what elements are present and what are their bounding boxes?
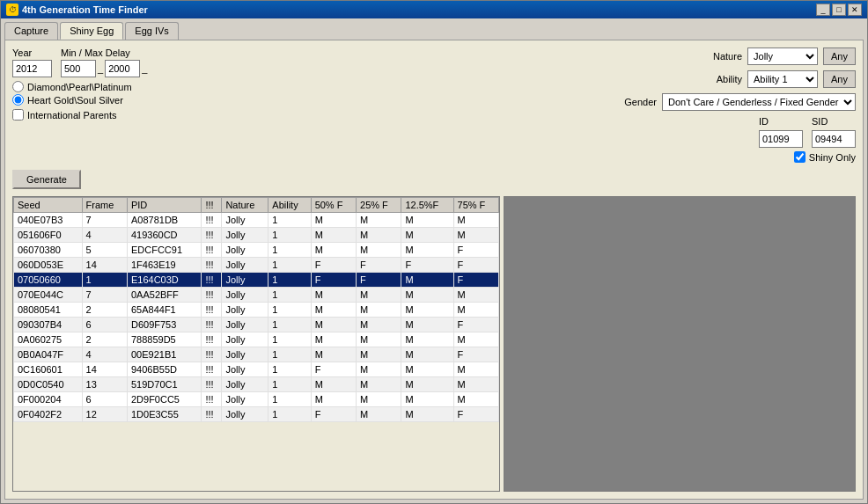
table-row[interactable]: 0F00020462D9F0CC5!!!Jolly1MMMM	[14, 392, 499, 407]
min-delay-input[interactable]	[61, 60, 96, 77]
cell-9: M	[453, 362, 498, 377]
table-area: Seed Frame PID !!! Nature Ability 50% F …	[12, 196, 500, 492]
cell-6: F	[311, 362, 356, 377]
cell-5: 1	[268, 318, 311, 332]
cell-9: M	[453, 392, 498, 407]
max-delay-input[interactable]	[105, 60, 140, 77]
cell-7: M	[357, 392, 401, 407]
cell-3: !!!	[202, 213, 222, 228]
cell-8: M	[401, 377, 453, 392]
cell-3: !!!	[202, 407, 222, 422]
cell-0: 06070380	[14, 243, 83, 258]
id-input[interactable]	[759, 130, 803, 148]
right-controls: Nature Jolly Any Ability Ability 1 Abil	[540, 47, 856, 163]
cell-5: 1	[268, 228, 311, 243]
international-parents-checkbox[interactable]: International Parents	[12, 109, 206, 121]
table-row[interactable]: 040E07B37A08781DB!!!Jolly1MMMM	[14, 213, 499, 228]
table-row[interactable]: 060703805EDCFCC91!!!Jolly1MMMF	[14, 243, 499, 258]
title-controls: _ □ ✕	[816, 4, 862, 16]
tab-shiny-egg[interactable]: Shiny Egg	[60, 22, 123, 40]
delay-end: _	[142, 63, 147, 74]
table-row[interactable]: 060D053E141F463E19!!!Jolly1FFFF	[14, 258, 499, 273]
nature-select[interactable]: Jolly	[747, 47, 818, 65]
nature-row: Nature Jolly Any	[707, 47, 856, 65]
gray-panel	[504, 196, 856, 492]
cell-4: Jolly	[222, 347, 268, 362]
sid-input[interactable]	[812, 130, 856, 148]
cell-9: F	[453, 258, 498, 273]
table-row[interactable]: 0D0C054013519D70C1!!!Jolly1MMMM	[14, 377, 499, 392]
cell-7: M	[357, 303, 401, 318]
shiny-only-checkbox[interactable]	[794, 151, 805, 163]
cell-6: M	[311, 392, 356, 407]
cell-3: !!!	[202, 288, 222, 303]
main-window: ⏱ 4th Generation Time Finder _ □ ✕ Captu…	[0, 0, 868, 504]
cell-3: !!!	[202, 347, 222, 362]
radio-heartgold-input[interactable]	[12, 94, 24, 106]
generate-button[interactable]: Generate	[12, 170, 81, 189]
cell-3: !!!	[202, 332, 222, 347]
cell-1: 4	[82, 347, 127, 362]
close-button[interactable]: ✕	[848, 4, 862, 16]
cell-4: Jolly	[222, 243, 268, 258]
cell-4: Jolly	[222, 258, 268, 273]
cell-6: M	[311, 347, 356, 362]
minimize-button[interactable]: _	[816, 4, 830, 16]
table-row[interactable]: 0F0402F2121D0E3C55!!!Jolly1FMMF	[14, 407, 499, 422]
nature-any-button[interactable]: Any	[823, 47, 856, 65]
year-delay-row: Year Min / Max Delay _ _	[12, 47, 206, 77]
cell-1: 2	[82, 332, 127, 347]
radio-diamond-pearl-input[interactable]	[12, 81, 24, 92]
table-row[interactable]: 0A0602752788859D5!!!Jolly1MMMM	[14, 332, 499, 347]
tab-egg-ivs[interactable]: Egg IVs	[125, 22, 179, 40]
id-field: ID	[759, 116, 803, 148]
international-parents-input[interactable]	[12, 109, 24, 121]
maximize-button[interactable]: □	[832, 4, 846, 16]
radio-heartgold[interactable]: Heart Gold\Soul Silver	[12, 94, 206, 106]
cell-3: !!!	[202, 273, 222, 288]
tab-capture[interactable]: Capture	[4, 22, 58, 40]
cell-4: Jolly	[222, 362, 268, 377]
window-title: 4th Generation Time Finder	[22, 4, 148, 15]
cell-9: M	[453, 332, 498, 347]
title-bar-left: ⏱ 4th Generation Time Finder	[6, 4, 148, 16]
cell-0: 040E07B3	[14, 213, 83, 228]
gender-select[interactable]: Don't Care / Genderless / Fixed Gender M…	[662, 93, 856, 111]
cell-8: M	[401, 392, 453, 407]
cell-2: 9406B55D	[127, 362, 202, 377]
cell-8: F	[401, 258, 453, 273]
radio-diamond-pearl[interactable]: Diamond\Pearl\Platinum	[12, 81, 206, 92]
cell-5: 1	[268, 407, 311, 422]
table-row[interactable]: 051606F04419360CD!!!Jolly1MMMM	[14, 228, 499, 243]
cell-7: M	[357, 407, 401, 422]
table-row[interactable]: 070E044C70AA52BFF!!!Jolly1MMMM	[14, 288, 499, 303]
cell-2: EDCFCC91	[127, 243, 202, 258]
cell-5: 1	[268, 288, 311, 303]
gender-label: Gender	[622, 97, 657, 107]
cell-7: M	[357, 213, 401, 228]
year-input[interactable]	[12, 60, 52, 77]
cell-3: !!!	[202, 392, 222, 407]
sid-label: SID	[812, 116, 856, 127]
col-f75: 75% F	[453, 198, 498, 213]
cell-6: M	[311, 377, 356, 392]
col-ability: Ability	[268, 198, 311, 213]
cell-7: F	[357, 258, 401, 273]
table-row[interactable]: 070506601E164C03D!!!Jolly1FFMF	[14, 273, 499, 288]
cell-1: 14	[82, 362, 127, 377]
cell-8: M	[401, 288, 453, 303]
cell-1: 13	[82, 377, 127, 392]
cell-9: F	[453, 273, 498, 288]
table-row[interactable]: 08080541265A844F1!!!Jolly1MMMM	[14, 303, 499, 318]
delay-inputs: _ _	[61, 60, 147, 77]
table-row[interactable]: 0B0A047F400E921B1!!!Jolly1MMMF	[14, 347, 499, 362]
table-row[interactable]: 0C160601149406B55D!!!Jolly1FMMM	[14, 362, 499, 377]
cell-8: M	[401, 273, 453, 288]
cell-6: M	[311, 228, 356, 243]
ability-select[interactable]: Ability 1 Ability 2	[747, 70, 818, 88]
cell-9: M	[453, 213, 498, 228]
ability-any-button[interactable]: Any	[823, 70, 856, 88]
table-row[interactable]: 090307B46D609F753!!!Jolly1MMMF	[14, 318, 499, 332]
id-sid-row: ID SID	[759, 116, 856, 148]
content-area: Capture Shiny Egg Egg IVs Year Mi	[1, 18, 867, 503]
